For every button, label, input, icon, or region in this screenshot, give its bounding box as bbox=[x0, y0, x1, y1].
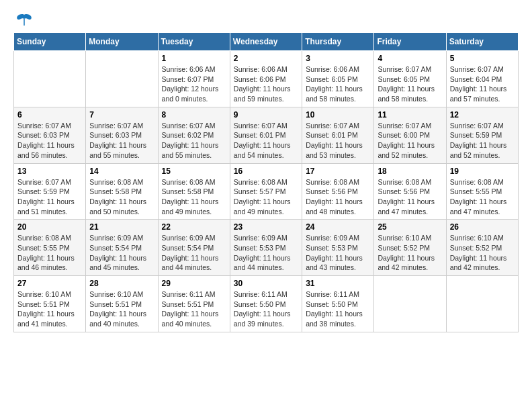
day-info: Sunrise: 6:07 AM Sunset: 6:00 PM Dayligh… bbox=[378, 121, 442, 161]
day-info: Sunrise: 6:07 AM Sunset: 6:03 PM Dayligh… bbox=[89, 121, 154, 161]
day-info: Sunrise: 6:08 AM Sunset: 5:58 PM Dayligh… bbox=[89, 177, 154, 217]
calendar-cell: 28Sunrise: 6:10 AM Sunset: 5:51 PM Dayli… bbox=[86, 276, 158, 332]
day-number: 12 bbox=[450, 110, 515, 120]
day-info: Sunrise: 6:07 AM Sunset: 6:04 PM Dayligh… bbox=[450, 64, 515, 104]
calendar-cell: 5Sunrise: 6:07 AM Sunset: 6:04 PM Daylig… bbox=[446, 51, 518, 107]
calendar-cell: 16Sunrise: 6:08 AM Sunset: 5:57 PM Dayli… bbox=[230, 163, 302, 220]
day-number: 7 bbox=[89, 110, 154, 120]
calendar-cell: 12Sunrise: 6:07 AM Sunset: 5:59 PM Dayli… bbox=[446, 107, 518, 163]
calendar-cell: 17Sunrise: 6:08 AM Sunset: 5:56 PM Dayli… bbox=[302, 163, 374, 220]
header-saturday: Saturday bbox=[446, 33, 518, 51]
day-number: 22 bbox=[162, 222, 226, 232]
day-number: 14 bbox=[89, 167, 154, 176]
header-sunday: Sunday bbox=[14, 33, 86, 51]
calendar-cell bbox=[374, 276, 446, 332]
day-info: Sunrise: 6:08 AM Sunset: 5:57 PM Dayligh… bbox=[234, 177, 298, 217]
calendar-cell: 15Sunrise: 6:08 AM Sunset: 5:58 PM Dayli… bbox=[158, 163, 230, 220]
day-info: Sunrise: 6:08 AM Sunset: 5:55 PM Dayligh… bbox=[17, 233, 82, 273]
day-number: 27 bbox=[17, 279, 82, 288]
calendar-week-row: 20Sunrise: 6:08 AM Sunset: 5:55 PM Dayli… bbox=[14, 220, 519, 276]
day-info: Sunrise: 6:11 AM Sunset: 5:50 PM Dayligh… bbox=[234, 289, 298, 329]
calendar-cell: 27Sunrise: 6:10 AM Sunset: 5:51 PM Dayli… bbox=[14, 276, 86, 332]
day-number: 28 bbox=[89, 279, 154, 288]
header-tuesday: Tuesday bbox=[158, 33, 230, 51]
calendar-week-row: 6Sunrise: 6:07 AM Sunset: 6:03 PM Daylig… bbox=[14, 107, 519, 163]
day-number: 25 bbox=[378, 222, 442, 232]
day-number: 13 bbox=[17, 167, 82, 176]
day-info: Sunrise: 6:07 AM Sunset: 6:02 PM Dayligh… bbox=[162, 121, 226, 161]
day-info: Sunrise: 6:10 AM Sunset: 5:51 PM Dayligh… bbox=[17, 289, 82, 329]
calendar-cell: 21Sunrise: 6:09 AM Sunset: 5:54 PM Dayli… bbox=[86, 220, 158, 276]
calendar-cell: 14Sunrise: 6:08 AM Sunset: 5:58 PM Dayli… bbox=[86, 163, 158, 220]
day-number: 23 bbox=[234, 222, 298, 232]
header-friday: Friday bbox=[374, 33, 446, 51]
day-number: 8 bbox=[162, 110, 226, 120]
day-info: Sunrise: 6:06 AM Sunset: 6:05 PM Dayligh… bbox=[306, 64, 370, 104]
day-number: 15 bbox=[162, 167, 226, 176]
day-number: 10 bbox=[306, 110, 370, 120]
day-info: Sunrise: 6:07 AM Sunset: 6:05 PM Dayligh… bbox=[378, 64, 442, 104]
day-info: Sunrise: 6:09 AM Sunset: 5:54 PM Dayligh… bbox=[162, 233, 226, 273]
day-info: Sunrise: 6:07 AM Sunset: 6:01 PM Dayligh… bbox=[234, 121, 298, 161]
calendar-cell: 7Sunrise: 6:07 AM Sunset: 6:03 PM Daylig… bbox=[86, 107, 158, 163]
logo bbox=[13, 13, 34, 26]
day-number: 9 bbox=[234, 110, 298, 120]
calendar-cell bbox=[14, 51, 86, 107]
day-number: 20 bbox=[17, 222, 82, 232]
calendar-cell: 19Sunrise: 6:08 AM Sunset: 5:55 PM Dayli… bbox=[446, 163, 518, 220]
day-number: 24 bbox=[306, 222, 370, 232]
day-number: 19 bbox=[450, 167, 515, 176]
calendar-cell bbox=[446, 276, 518, 332]
calendar-cell: 13Sunrise: 6:07 AM Sunset: 5:59 PM Dayli… bbox=[14, 163, 86, 220]
calendar-cell: 25Sunrise: 6:10 AM Sunset: 5:52 PM Dayli… bbox=[374, 220, 446, 276]
calendar-cell: 8Sunrise: 6:07 AM Sunset: 6:02 PM Daylig… bbox=[158, 107, 230, 163]
day-info: Sunrise: 6:11 AM Sunset: 5:51 PM Dayligh… bbox=[162, 289, 226, 329]
day-number: 18 bbox=[378, 167, 442, 176]
day-number: 3 bbox=[306, 54, 370, 63]
day-info: Sunrise: 6:07 AM Sunset: 6:03 PM Dayligh… bbox=[17, 121, 82, 161]
calendar-week-row: 13Sunrise: 6:07 AM Sunset: 5:59 PM Dayli… bbox=[14, 163, 519, 220]
page-header bbox=[13, 13, 519, 26]
day-number: 4 bbox=[378, 54, 442, 63]
day-number: 26 bbox=[450, 222, 515, 232]
day-info: Sunrise: 6:11 AM Sunset: 5:50 PM Dayligh… bbox=[306, 289, 370, 329]
calendar-cell: 29Sunrise: 6:11 AM Sunset: 5:51 PM Dayli… bbox=[158, 276, 230, 332]
day-info: Sunrise: 6:10 AM Sunset: 5:52 PM Dayligh… bbox=[450, 233, 515, 273]
day-info: Sunrise: 6:07 AM Sunset: 5:59 PM Dayligh… bbox=[17, 177, 82, 217]
calendar-table: Sunday Monday Tuesday Wednesday Thursday… bbox=[13, 32, 519, 332]
calendar-cell: 2Sunrise: 6:06 AM Sunset: 6:06 PM Daylig… bbox=[230, 51, 302, 107]
calendar-cell: 26Sunrise: 6:10 AM Sunset: 5:52 PM Dayli… bbox=[446, 220, 518, 276]
calendar-cell: 18Sunrise: 6:08 AM Sunset: 5:56 PM Dayli… bbox=[374, 163, 446, 220]
calendar-week-row: 27Sunrise: 6:10 AM Sunset: 5:51 PM Dayli… bbox=[14, 276, 519, 332]
calendar-cell: 11Sunrise: 6:07 AM Sunset: 6:00 PM Dayli… bbox=[374, 107, 446, 163]
calendar-week-row: 1Sunrise: 6:06 AM Sunset: 6:07 PM Daylig… bbox=[14, 51, 519, 107]
calendar-cell: 9Sunrise: 6:07 AM Sunset: 6:01 PM Daylig… bbox=[230, 107, 302, 163]
calendar-cell: 3Sunrise: 6:06 AM Sunset: 6:05 PM Daylig… bbox=[302, 51, 374, 107]
day-number: 21 bbox=[89, 222, 154, 232]
header-wednesday: Wednesday bbox=[230, 33, 302, 51]
day-info: Sunrise: 6:09 AM Sunset: 5:54 PM Dayligh… bbox=[89, 233, 154, 273]
calendar-cell: 6Sunrise: 6:07 AM Sunset: 6:03 PM Daylig… bbox=[14, 107, 86, 163]
day-info: Sunrise: 6:08 AM Sunset: 5:58 PM Dayligh… bbox=[162, 177, 226, 217]
day-info: Sunrise: 6:09 AM Sunset: 5:53 PM Dayligh… bbox=[306, 233, 370, 273]
day-info: Sunrise: 6:08 AM Sunset: 5:56 PM Dayligh… bbox=[306, 177, 370, 217]
header-monday: Monday bbox=[86, 33, 158, 51]
day-number: 30 bbox=[234, 279, 298, 288]
calendar-cell: 1Sunrise: 6:06 AM Sunset: 6:07 PM Daylig… bbox=[158, 51, 230, 107]
day-number: 1 bbox=[162, 54, 226, 63]
day-number: 11 bbox=[378, 110, 442, 120]
day-info: Sunrise: 6:07 AM Sunset: 5:59 PM Dayligh… bbox=[450, 121, 515, 161]
calendar-cell: 31Sunrise: 6:11 AM Sunset: 5:50 PM Dayli… bbox=[302, 276, 374, 332]
day-number: 5 bbox=[450, 54, 515, 63]
day-info: Sunrise: 6:06 AM Sunset: 6:06 PM Dayligh… bbox=[234, 64, 298, 104]
day-number: 29 bbox=[162, 279, 226, 288]
day-number: 6 bbox=[17, 110, 82, 120]
calendar-cell: 22Sunrise: 6:09 AM Sunset: 5:54 PM Dayli… bbox=[158, 220, 230, 276]
day-info: Sunrise: 6:07 AM Sunset: 6:01 PM Dayligh… bbox=[306, 121, 370, 161]
day-info: Sunrise: 6:10 AM Sunset: 5:51 PM Dayligh… bbox=[89, 289, 154, 329]
day-number: 17 bbox=[306, 167, 370, 176]
calendar-cell: 10Sunrise: 6:07 AM Sunset: 6:01 PM Dayli… bbox=[302, 107, 374, 163]
day-info: Sunrise: 6:08 AM Sunset: 5:56 PM Dayligh… bbox=[378, 177, 442, 217]
day-number: 31 bbox=[306, 279, 370, 288]
day-info: Sunrise: 6:08 AM Sunset: 5:55 PM Dayligh… bbox=[450, 177, 515, 217]
